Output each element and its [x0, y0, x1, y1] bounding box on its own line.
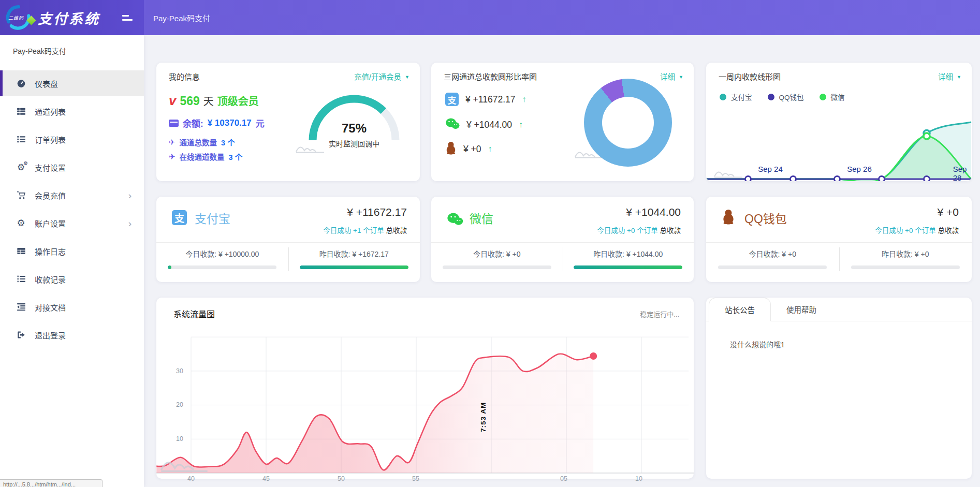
traffic-line-chart: [156, 298, 694, 479]
today-receipts: 今日收款: ¥ +0: [706, 248, 839, 269]
channel-online-label: 在线通道数量: [180, 151, 225, 162]
yesterday-receipts: 昨日收款: ¥ +0: [839, 248, 972, 269]
channel-ratio-donut-chart: [584, 79, 672, 167]
plane-icon: ✈: [169, 138, 175, 147]
x-axis-label: Sep 24: [758, 165, 783, 173]
balance-row: 余额: ¥ 10370.17 元: [169, 116, 265, 129]
wechat-total-row: ¥ +1044.00 ↑: [445, 117, 523, 132]
x-axis-label: 45: [262, 475, 270, 482]
logo-badge-text: 二维码: [8, 14, 24, 21]
sidebar-nav: 仪表盘 通道列表 订单列表 ⚙⚙ 支付设置: [0, 66, 144, 348]
balance-label: 余额:: [183, 116, 203, 129]
qq-total-row: ¥ +0 ↑: [445, 141, 492, 157]
up-arrow-icon: ↑: [522, 95, 526, 104]
sidebar: Pay-Peak码支付 仪表盘 通道列表 订单列表 ⚙: [0, 35, 144, 487]
sidebar-item-api-docs[interactable]: 对接文档: [0, 294, 144, 320]
vip-days-unit: 天: [203, 93, 214, 108]
sidebar-item-operation-log[interactable]: 操作日志: [0, 238, 144, 264]
sidebar-item-member-recharge[interactable]: 会员充值 ›: [0, 182, 144, 208]
weekly-line-chart: [706, 98, 972, 181]
wechat-icon: [445, 117, 460, 132]
vip-icon: v: [169, 93, 176, 109]
balance-unit: 元: [256, 116, 265, 129]
ordered-list-icon: [16, 274, 26, 284]
credit-card-icon: [169, 120, 179, 127]
sidebar-item-logout[interactable]: 退出登录: [0, 322, 144, 348]
watermark-icon: [159, 451, 209, 474]
divider: [431, 242, 694, 243]
tab-announcement[interactable]: 站长公告: [709, 298, 771, 321]
y-axis-label: 10: [170, 435, 183, 442]
wechat-channel-card: 微信 ¥ +1044.00 今日成功 +0 个订单 总收款 今日收款: ¥ +0…: [431, 197, 694, 282]
channel-total-label: 通道总数量: [180, 137, 217, 147]
sidebar-item-collection-records[interactable]: 收款记录: [0, 266, 144, 292]
recharge-member-link[interactable]: 充值/开通会员▼: [354, 71, 409, 82]
traffic-chart-card: 系统流量图 稳定运行中... 10 20 30 40 45 50 55 7:53…: [156, 298, 694, 479]
gauge-percent: 75%: [297, 121, 411, 136]
app-root: 二维码 支付系统 Pay-Peak码支付 Pay-Peak码支付 仪表盘: [0, 0, 980, 487]
up-arrow-icon: ↑: [488, 144, 492, 154]
plane-icon: ✈: [169, 152, 175, 161]
qq-icon: [722, 209, 735, 227]
sidebar-item-label: 订单列表: [35, 134, 66, 145]
today-progress-bar: [443, 265, 551, 269]
sidebar-item-label: 通道列表: [35, 106, 66, 117]
vip-status-row: v 569 天 顶级会员: [169, 93, 259, 109]
detail-link[interactable]: 详细▼: [938, 71, 961, 82]
notice-tabs: 站长公告 使用帮助: [706, 298, 972, 321]
alipay-icon: 支: [172, 210, 187, 225]
detail-link[interactable]: 详细▼: [660, 71, 683, 82]
vip-days: 569: [180, 94, 199, 108]
x-axis-label: 05: [560, 475, 567, 482]
table-icon: [16, 246, 26, 256]
channel-total-amount: ¥ +11672.17: [347, 206, 407, 218]
qq-icon: [445, 141, 457, 157]
yesterday-progress-bar: [300, 265, 408, 269]
sidebar-item-payment-settings[interactable]: ⚙⚙ 支付设置: [0, 154, 144, 180]
logo-area: 二维码 支付系统: [0, 0, 144, 35]
yesterday-progress-bar: [574, 265, 682, 269]
channel-list-icon: [16, 107, 26, 116]
channel-name: 微信: [470, 209, 493, 227]
caret-down-icon: ▼: [405, 75, 409, 80]
announcement-text: 没什么想说的哦1: [730, 339, 785, 349]
sidebar-item-label: 退出登录: [35, 330, 66, 341]
my-info-card: 我的信息 充值/开通会员▼ v 569 天 顶级会员 余额: ¥ 10370.1…: [156, 63, 420, 181]
card-title: 我的信息: [169, 71, 200, 82]
tab-help[interactable]: 使用帮助: [771, 298, 832, 321]
qrcode-logo-icon: 二维码: [6, 5, 31, 30]
y-axis-label: 30: [170, 367, 183, 375]
sidebar-item-channel-list[interactable]: 通道列表: [0, 98, 144, 124]
channel-total-row: ✈ 通道总数量 3 个: [169, 137, 235, 147]
channel-subtitle: 今日成功 +1 个订单 总收款: [323, 225, 407, 235]
caret-down-icon: ▼: [679, 75, 683, 80]
today-receipts: 今日收款: ¥ +0: [431, 248, 563, 269]
channel-subtitle: 今日成功 +0 个订单 总收款: [597, 225, 681, 235]
channel-total-amount: ¥ +1044.00: [626, 206, 681, 218]
x-axis-label: Sep 26: [847, 165, 872, 173]
sidebar-item-account-settings[interactable]: ⚙ 账户设置 ›: [0, 210, 144, 236]
announcement-card: 站长公告 使用帮助 没什么想说的哦1: [706, 298, 972, 479]
menu-toggle-icon[interactable]: [122, 15, 133, 21]
order-list-icon: [16, 135, 26, 144]
weekly-line-chart-card: 一周内收款线形图 详细▼ 支付宝 QQ钱包 微信 Sep 24 Sep 26 S…: [706, 63, 972, 181]
app-title: 支付系统: [38, 8, 100, 28]
sidebar-item-label: 会员充值: [35, 190, 66, 201]
alipay-amount: ¥ +11672.17: [465, 94, 516, 105]
today-receipts: 今日收款: ¥ +10000.00: [156, 248, 288, 269]
sidebar-item-order-list[interactable]: 订单列表: [0, 126, 144, 152]
x-axis-label: Sep 28: [953, 165, 967, 181]
x-axis-label: 40: [187, 475, 195, 482]
channel-name: QQ钱包: [744, 209, 787, 227]
caret-down-icon: ▼: [957, 75, 961, 80]
wechat-icon: [447, 212, 463, 228]
breadcrumb: Pay-Peak码支付: [153, 0, 210, 35]
sidebar-item-label: 收款记录: [35, 274, 66, 285]
watermark-icon: [295, 140, 325, 154]
qq-channel-card: QQ钱包 ¥ +0 今日成功 +0 个订单 总收款 今日收款: ¥ +0 昨日收…: [706, 197, 972, 282]
sidebar-item-dashboard[interactable]: 仪表盘: [0, 70, 144, 96]
channel-name: 支付宝: [195, 209, 230, 227]
alipay-channel-card: 支 支付宝 ¥ +11672.17 今日成功 +1 个订单 总收款 今日收款: …: [156, 197, 420, 282]
qq-amount: ¥ +0: [463, 144, 481, 155]
today-progress-bar: [718, 265, 827, 269]
